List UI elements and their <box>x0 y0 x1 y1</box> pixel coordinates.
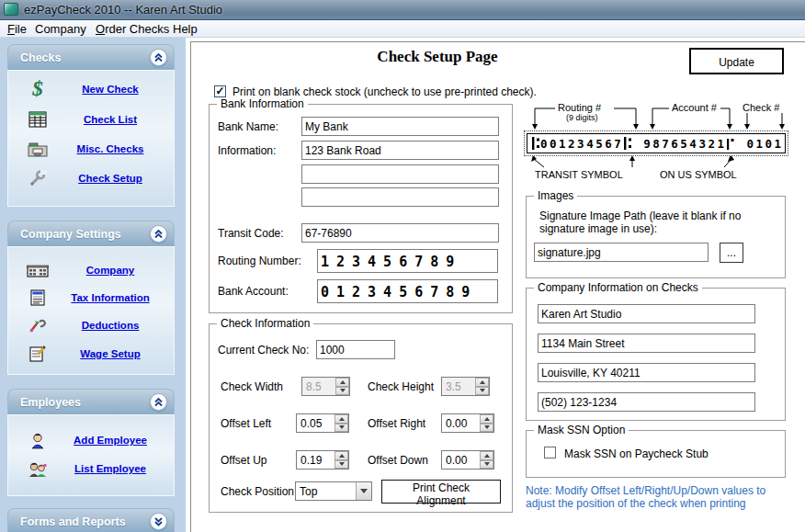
sidebar-item-label[interactable]: Misc. Checks <box>51 143 170 154</box>
menu-company[interactable]: Company <box>35 22 86 36</box>
sidebar-section-company-settings-header[interactable]: Company Settings <box>7 221 175 246</box>
bank-information-input-3[interactable] <box>301 187 499 207</box>
spinner-up-icon[interactable] <box>480 451 493 460</box>
collapse-chevron-icon[interactable] <box>150 225 167 243</box>
sidebar-item-label[interactable]: Company <box>51 265 170 276</box>
company-phone-input[interactable] <box>538 392 755 412</box>
spinner-down-icon[interactable] <box>334 424 348 433</box>
signature-path-input[interactable] <box>534 243 709 262</box>
sidebar-item-label[interactable]: New Check <box>51 84 170 95</box>
transit-code-label: Transit Code: <box>218 227 284 240</box>
images-groupbox: Images <box>526 196 786 278</box>
groupbox-title: Check Information <box>217 317 313 330</box>
sidebar-section-checks-header[interactable]: Checks <box>7 44 175 70</box>
offset-note-line1: Note: Modify Offset Left/Right/Up/Down v… <box>526 484 765 497</box>
browse-button[interactable]: ... <box>720 243 743 263</box>
routing-annotation-label: Routing # <box>558 102 601 113</box>
groupbox-title: Mask SSN Option <box>534 424 629 436</box>
sidebar-item-label[interactable]: Check Setup <box>51 173 170 184</box>
check-height-label: Check Height <box>368 380 434 393</box>
check-position-dropdown[interactable]: Top <box>295 481 372 501</box>
sidebar-section-employees: Add Employee List Employee <box>7 414 175 496</box>
spinner-down-icon[interactable] <box>480 460 493 470</box>
sidebar-item-new-check[interactable]: $ New Check <box>8 79 174 103</box>
transit-symbol-icon <box>624 137 631 150</box>
bank-information-input-2[interactable] <box>301 164 499 184</box>
transit-code-input[interactable] <box>301 223 499 243</box>
sidebar-item-deductions[interactable]: Deductions <box>8 315 174 339</box>
offset-left-stepper[interactable]: 0.05 <box>296 413 349 433</box>
sidebar-item-misc-checks[interactable]: Misc. Checks <box>8 139 174 163</box>
signature-path-label-line1: Signature Image Path (leave it blank if … <box>539 209 741 222</box>
on-us-symbol-icon <box>727 137 734 150</box>
spinner-up-icon[interactable] <box>334 414 348 424</box>
menu-help[interactable]: Help <box>173 22 198 36</box>
title-bar: ezPayCheck 2010 -- Karen Art Studio <box>0 0 805 20</box>
sidebar-item-list-employee[interactable]: List Employee <box>8 458 174 482</box>
expand-chevron-icon[interactable] <box>150 513 167 530</box>
company-street-input[interactable] <box>538 334 755 353</box>
list-employee-icon <box>21 457 54 481</box>
menu-file[interactable]: File <box>7 22 27 36</box>
sidebar-item-label[interactable]: Wage Setup <box>51 348 170 359</box>
groupbox-title: Company Information on Checks <box>534 281 702 294</box>
sidebar-section-employees-header[interactable]: Employees <box>7 389 175 414</box>
sidebar-item-company[interactable]: Company <box>8 260 174 284</box>
spinner-up-icon[interactable] <box>480 414 493 424</box>
information-label: Information: <box>218 144 276 157</box>
sidebar-item-check-setup[interactable]: Check Setup <box>8 168 174 192</box>
bank-name-label: Bank Name: <box>218 120 278 133</box>
spinner-up-icon <box>335 378 349 387</box>
check-width-label: Check Width <box>221 380 283 393</box>
section-title: Forms and Reports <box>20 515 126 528</box>
update-button[interactable]: Update <box>689 48 784 74</box>
check-width-stepper: 8.5 <box>301 377 350 396</box>
blank-stock-label: Print on blank check stock (uncheck to u… <box>232 85 537 98</box>
spinner-up-icon[interactable] <box>334 451 348 460</box>
print-check-alignment-button[interactable]: Print Check Alignment <box>381 480 501 504</box>
spinner-down-icon[interactable] <box>334 460 348 470</box>
spinner-down-icon[interactable] <box>480 424 493 433</box>
offset-right-stepper[interactable]: 0.00 <box>441 413 494 433</box>
sidebar-item-label[interactable]: Check List <box>51 114 170 125</box>
routing-digits-sublabel: (9 digits) <box>566 113 598 122</box>
bank-information-input-1[interactable] <box>301 141 499 160</box>
offset-up-label: Offset Up <box>221 454 266 467</box>
bank-account-input[interactable] <box>317 279 498 303</box>
sidebar-item-label[interactable]: Tax Information <box>51 292 170 303</box>
offset-up-stepper[interactable]: 0.19 <box>296 450 349 470</box>
check-annotation-label: Check # <box>743 102 779 113</box>
sidebar-item-label[interactable]: List Employee <box>51 463 170 474</box>
chevron-down-icon[interactable] <box>356 482 371 500</box>
routing-number-label: Routing Number: <box>218 255 301 267</box>
deductions-icon <box>21 313 54 337</box>
blank-stock-checkbox[interactable]: ✓ <box>214 85 226 97</box>
sidebar-item-wage-setup[interactable]: Wage Setup <box>8 344 174 368</box>
sidebar-item-tax-information[interactable]: Tax Information <box>8 288 174 311</box>
collapse-chevron-icon[interactable] <box>150 393 167 411</box>
wrench-icon <box>21 166 54 190</box>
stepper-value: 0.19 <box>300 454 322 467</box>
bank-name-input[interactable] <box>301 117 499 136</box>
mask-ssn-checkbox[interactable] <box>544 447 556 458</box>
company-city-input[interactable] <box>538 363 755 382</box>
sidebar-item-add-employee[interactable]: Add Employee <box>8 430 174 454</box>
groupbox-title: Images <box>534 189 577 202</box>
company-name-input[interactable] <box>538 304 755 323</box>
sidebar-item-label[interactable]: Deductions <box>51 320 170 331</box>
routing-number-input[interactable] <box>317 249 498 273</box>
sidebar-section-company-settings: Company Tax Information Deductions Wage … <box>7 246 175 375</box>
sidebar-item-label[interactable]: Add Employee <box>51 435 170 446</box>
offset-note-line2: adjust the position of the check when pr… <box>526 497 745 510</box>
current-check-no-label: Current Check No: <box>218 344 309 357</box>
current-check-no-input[interactable] <box>316 340 395 359</box>
menu-order-checks[interactable]: Order Checks <box>96 22 169 36</box>
section-title: Company Settings <box>20 228 121 241</box>
dollar-icon: $ <box>21 77 54 101</box>
sidebar-item-check-list[interactable]: Check List <box>8 109 174 133</box>
sidebar-section-forms-reports-header[interactable]: Forms and Reports <box>7 508 175 532</box>
offset-down-stepper[interactable]: 0.00 <box>441 450 494 470</box>
section-title: Checks <box>20 51 61 64</box>
collapse-chevron-icon[interactable] <box>150 49 167 66</box>
account-annotation-label: Account # <box>672 102 717 113</box>
